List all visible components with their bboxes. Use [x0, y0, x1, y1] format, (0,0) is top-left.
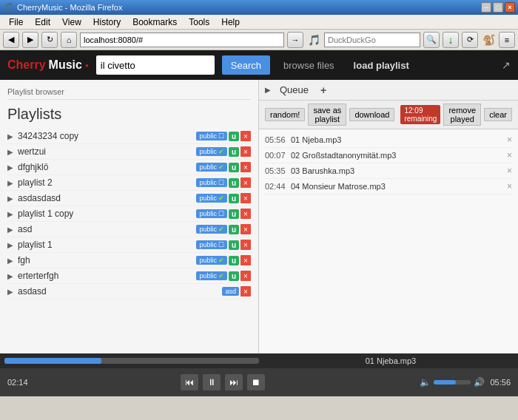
- remove-button[interactable]: ×: [240, 224, 251, 234]
- search-button[interactable]: Search: [222, 55, 270, 75]
- remove-button[interactable]: ×: [240, 193, 251, 203]
- back-button[interactable]: ◀: [3, 32, 19, 48]
- remove-button[interactable]: ×: [240, 286, 251, 297]
- check-icon: ✔: [218, 226, 224, 233]
- user-badge[interactable]: u: [229, 147, 239, 157]
- menu-tools[interactable]: Tools: [183, 16, 215, 29]
- menu-bookmarks[interactable]: Bookmarks: [127, 16, 183, 29]
- playlist-controls: public ☐ u ×: [196, 209, 251, 219]
- expand-icon[interactable]: ▶: [7, 179, 13, 187]
- public-badge: public ☐: [196, 132, 227, 140]
- menu-file[interactable]: File: [3, 16, 29, 29]
- user-badge[interactable]: u: [229, 132, 239, 141]
- search-input[interactable]: [96, 55, 215, 75]
- queue-remove-button[interactable]: ×: [507, 181, 512, 192]
- menu-icon[interactable]: ≡: [499, 32, 515, 48]
- user-badge[interactable]: u: [229, 240, 239, 250]
- expand-icon[interactable]: ▶: [7, 194, 13, 203]
- list-item: ▶ 34243234 copy public ☐ u ×: [7, 129, 251, 144]
- list-item: ▶ playlist 1 copy public ☐ u ×: [7, 206, 251, 222]
- save-playlist-button[interactable]: save as playlist: [308, 104, 346, 126]
- expand-icon[interactable]: ▶: [7, 163, 13, 172]
- expand-icon[interactable]: ▶: [7, 226, 13, 234]
- url-bar[interactable]: [80, 33, 284, 47]
- queue-remove-button[interactable]: ×: [507, 166, 512, 176]
- close-button[interactable]: ×: [505, 2, 515, 13]
- remove-played-button[interactable]: remove played: [443, 104, 481, 126]
- download-button[interactable]: download: [349, 108, 394, 121]
- queue-tab[interactable]: Queue: [274, 83, 314, 97]
- user-badge[interactable]: u: [229, 194, 239, 203]
- list-item: ▶ asdasdasd public ✔ u ×: [7, 191, 251, 206]
- public-badge: public ✔: [196, 225, 227, 234]
- user-badge[interactable]: u: [229, 225, 239, 234]
- load-playlist-link[interactable]: load playlist: [348, 56, 415, 75]
- user-badge[interactable]: u: [229, 271, 239, 281]
- home-button[interactable]: ⌂: [61, 32, 77, 48]
- list-item: ▶ fgh public ✔ u ×: [7, 253, 251, 268]
- user-badge[interactable]: u: [229, 178, 239, 188]
- stop-button[interactable]: ⏹: [247, 374, 265, 390]
- titlebar-controls: ─ □ ×: [481, 2, 515, 13]
- time-total: 05:56: [485, 378, 511, 387]
- volume-low-icon: 🔈: [420, 377, 431, 387]
- remove-button[interactable]: ×: [240, 131, 251, 141]
- playlists-title: Playlists: [7, 106, 251, 123]
- pause-button[interactable]: ⏸: [203, 374, 221, 390]
- forward-button[interactable]: ▶: [22, 32, 38, 48]
- check-icon: ✔: [218, 148, 224, 155]
- minimize-button[interactable]: ─: [481, 2, 491, 13]
- remove-button[interactable]: ×: [240, 240, 251, 250]
- queue-remove-button[interactable]: ×: [507, 150, 512, 160]
- expand-icon[interactable]: ▶: [7, 257, 13, 265]
- add-queue-button[interactable]: +: [320, 84, 326, 96]
- playlist-controls: public ✔ u ×: [196, 255, 251, 265]
- expand-icon[interactable]: ▶: [7, 210, 13, 218]
- queue-item-time: 02:44: [265, 182, 291, 191]
- next-button[interactable]: ⏭: [225, 374, 243, 390]
- menu-view[interactable]: View: [56, 16, 87, 29]
- remove-button[interactable]: ×: [240, 271, 251, 281]
- playlist-controls: public ✔ u ×: [196, 224, 251, 234]
- user-badge[interactable]: u: [229, 256, 239, 265]
- expand-icon[interactable]: ▶: [7, 288, 13, 296]
- menu-edit[interactable]: Edit: [29, 16, 56, 29]
- user-badge[interactable]: u: [229, 163, 239, 172]
- public-badge: public ✔: [196, 194, 227, 203]
- browser-search-button[interactable]: 🔍: [423, 32, 440, 48]
- clear-button[interactable]: clear: [484, 108, 512, 121]
- remove-button[interactable]: ×: [240, 146, 251, 157]
- playlist-controls: public ☐ u ×: [196, 177, 251, 188]
- expand-icon[interactable]: ▶: [7, 241, 13, 249]
- expand-icon[interactable]: ▶: [7, 148, 13, 156]
- remove-button[interactable]: ×: [240, 255, 251, 265]
- remove-button[interactable]: ×: [240, 177, 251, 188]
- volume-fill: [434, 380, 456, 385]
- public-badge: public ✔: [196, 256, 227, 265]
- list-item: ▶ asd public ✔ u ×: [7, 222, 251, 237]
- user-badge[interactable]: u: [229, 209, 239, 219]
- browse-files-link[interactable]: browse files: [278, 56, 340, 75]
- playlist-controls: public ✔ u ×: [196, 193, 251, 203]
- now-playing-label: 01 Njeba.mp3: [263, 356, 518, 365]
- remove-button[interactable]: ×: [240, 209, 251, 219]
- browser-search-input[interactable]: [324, 33, 420, 47]
- expand-icon[interactable]: ▶: [7, 132, 13, 140]
- menu-history[interactable]: History: [87, 16, 127, 29]
- menu-help[interactable]: Help: [215, 16, 246, 29]
- playlist-name: playlist 2: [18, 177, 196, 188]
- previous-button[interactable]: ⏮: [181, 374, 198, 390]
- volume-slider[interactable]: [434, 380, 471, 385]
- remove-button[interactable]: ×: [240, 162, 251, 172]
- progress-bar[interactable]: [4, 358, 259, 364]
- expand-icon[interactable]: ▶: [7, 272, 13, 280]
- queue-remove-button[interactable]: ×: [507, 135, 512, 145]
- go-button[interactable]: →: [287, 32, 303, 48]
- random-button[interactable]: random!: [265, 108, 305, 121]
- titlebar-title: CherryMusic - Mozilla Firefox: [17, 3, 481, 12]
- public-badge: public ✔: [196, 147, 227, 156]
- refresh-button[interactable]: ↻: [41, 32, 58, 48]
- header-options-icon[interactable]: ↗: [502, 59, 511, 71]
- queue-tabs: ▶ Queue +: [259, 80, 518, 101]
- maximize-button[interactable]: □: [493, 2, 503, 13]
